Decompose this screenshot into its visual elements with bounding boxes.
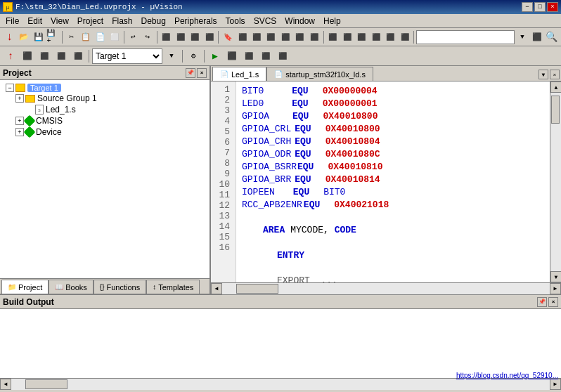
menu-view[interactable]: View: [46, 15, 73, 27]
stop-btn[interactable]: ⬛: [224, 48, 240, 64]
btn6[interactable]: ⬛: [236, 30, 249, 45]
menu-help[interactable]: Help: [319, 15, 345, 27]
menu-window[interactable]: Window: [280, 15, 319, 27]
build-pin-btn[interactable]: 📌: [537, 297, 547, 307]
project-pin-btn[interactable]: 📌: [186, 68, 195, 78]
save-button[interactable]: 💾: [32, 30, 45, 45]
main-hscroll-right[interactable]: ▶: [550, 379, 561, 390]
ln16: 16: [217, 242, 230, 253]
hscroll-left-btn[interactable]: ◀: [211, 283, 222, 294]
menu-project[interactable]: Project: [73, 15, 108, 27]
menu-flash[interactable]: Flash: [108, 15, 136, 27]
editor-close-btn[interactable]: ×: [550, 70, 560, 79]
menu-edit[interactable]: Edit: [23, 15, 46, 27]
build-btn1[interactable]: ⬛: [241, 48, 257, 64]
build-btn2[interactable]: ⬛: [258, 48, 273, 64]
btn15[interactable]: ⬛: [369, 30, 382, 45]
editor-tab-led[interactable]: 📄 Led_1.s: [212, 67, 266, 81]
tab-books[interactable]: 📖 Books: [49, 280, 94, 294]
code-area[interactable]: 1 2 3 4 5 6 7 8 9 10 11 12 13: [211, 81, 550, 282]
tab-project[interactable]: 📁 Project: [1, 280, 49, 294]
main-hscroll-thumb[interactable]: [25, 379, 67, 389]
open-button[interactable]: 📂: [17, 30, 30, 45]
tree-cmsis[interactable]: + CMSIS: [3, 115, 207, 126]
search-go[interactable]: ⬛: [530, 30, 543, 45]
tree-led-file[interactable]: s Led_1.s: [3, 104, 207, 115]
btn11[interactable]: ⬛: [307, 30, 321, 45]
indent-button[interactable]: ⬜: [108, 30, 121, 45]
scroll-down-btn[interactable]: ▼: [550, 271, 561, 282]
toolbar1: ↓ 📂 💾 💾+ ✂ 📋 📄 ⬜ ↩ ↪ ⬛ ⬛ ⬛ ⬛ 🔖 ⬛ ⬛ ⬛ ⬛ ⬛…: [0, 28, 561, 46]
btn13[interactable]: ⬛: [340, 30, 354, 45]
btn16[interactable]: ⬛: [383, 30, 396, 45]
code-editor-wrapper: 1 2 3 4 5 6 7 8 9 10 11 12 13: [211, 81, 561, 282]
undo-button[interactable]: ↩: [127, 30, 140, 45]
main-hscroll-track[interactable]: [11, 379, 550, 390]
btn1[interactable]: ⬛: [159, 30, 172, 45]
menu-svcs[interactable]: SVCS: [250, 15, 281, 27]
cut-button[interactable]: ✂: [65, 30, 78, 45]
scroll-thumb[interactable]: [551, 96, 560, 124]
build-content[interactable]: [0, 309, 561, 378]
paste-button[interactable]: 📄: [94, 30, 107, 45]
btn4[interactable]: ⬛: [202, 30, 216, 45]
target-selector[interactable]: Target 1: [92, 48, 162, 64]
hscroll-thumb[interactable]: [236, 284, 278, 294]
sep1: [62, 31, 63, 44]
t1[interactable]: ⬛: [37, 48, 52, 64]
btn2[interactable]: ⬛: [174, 30, 187, 45]
tree-device[interactable]: + Device: [3, 126, 207, 138]
save-all-button[interactable]: 💾+: [46, 30, 59, 45]
menu-debug[interactable]: Debug: [137, 15, 170, 27]
tab-functions[interactable]: {} Functions: [94, 280, 146, 294]
menu-peripherals[interactable]: Peripherals: [170, 15, 221, 27]
copy-button[interactable]: 📋: [79, 30, 92, 45]
expand-target-icon[interactable]: −: [6, 84, 14, 92]
scroll-track[interactable]: [550, 93, 561, 271]
expand-group-icon[interactable]: +: [15, 94, 24, 103]
run-btn[interactable]: ▶: [207, 48, 223, 64]
t2[interactable]: ⬛: [53, 48, 69, 64]
btn9[interactable]: ⬛: [278, 30, 292, 45]
minimize-button[interactable]: −: [522, 2, 533, 12]
menu-tools[interactable]: Tools: [221, 15, 250, 27]
t3[interactable]: ⬛: [70, 48, 86, 64]
hscroll-track[interactable]: [222, 283, 550, 294]
btn14[interactable]: ⬛: [355, 30, 368, 45]
ln11: 11: [217, 190, 230, 200]
main-hscroll-left[interactable]: ◀: [0, 379, 11, 390]
tree-target[interactable]: − Target 1: [3, 83, 207, 93]
scroll-up-btn[interactable]: ▲: [550, 81, 561, 93]
hscroll-right-btn[interactable]: ▶: [550, 283, 561, 294]
build-btn3[interactable]: ⬛: [275, 48, 290, 64]
settings-btn[interactable]: ⚙: [186, 48, 201, 64]
expand-device-icon[interactable]: +: [15, 128, 24, 136]
menu-file[interactable]: File: [1, 15, 23, 27]
btn3[interactable]: ⬛: [188, 30, 201, 45]
btn7[interactable]: ⬛: [250, 30, 263, 45]
search-dropdown[interactable]: ▼: [515, 30, 529, 45]
title-bar: μ F:\stm_32\Dian_Led.uvprojx - µVision −…: [0, 0, 561, 14]
btn8[interactable]: ⬛: [264, 30, 278, 45]
editor-tab-startup[interactable]: 📄 startup_stm32f10x_ld.s: [266, 67, 373, 81]
project-close-btn[interactable]: ×: [197, 68, 207, 78]
btn17[interactable]: ⬛: [398, 30, 411, 45]
close-button[interactable]: ×: [547, 2, 558, 12]
build-close-btn[interactable]: ×: [548, 297, 558, 307]
btn10[interactable]: ⬛: [293, 30, 307, 45]
new-button[interactable]: ↓: [3, 30, 16, 45]
bookmarks-button[interactable]: 🔖: [221, 30, 234, 45]
redo-button[interactable]: ↪: [141, 30, 154, 45]
target-dropdown-btn[interactable]: ▼: [164, 48, 179, 64]
search-input[interactable]: [416, 30, 515, 44]
tab-templates[interactable]: ↕ Templates: [146, 280, 200, 294]
cmsis-gem-icon: [24, 115, 36, 127]
maximize-button[interactable]: □: [534, 2, 546, 12]
btn12[interactable]: ⬛: [326, 30, 340, 45]
code-line-7: GPIOA_BSRR EQU 0X40010810: [242, 160, 544, 173]
tab-functions-label: Functions: [107, 283, 141, 292]
tree-source-group[interactable]: + Source Group 1: [3, 93, 207, 104]
search-adv[interactable]: 🔍: [544, 30, 557, 45]
editor-dropdown-btn[interactable]: ▼: [539, 70, 548, 79]
expand-cmsis-icon[interactable]: +: [15, 117, 24, 125]
